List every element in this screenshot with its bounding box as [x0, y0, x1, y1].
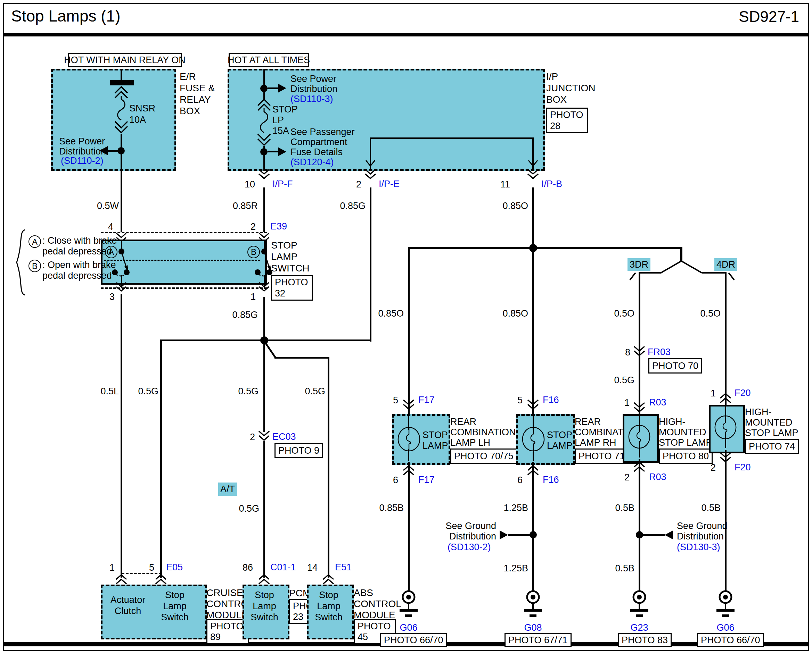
arrow-chevron-icon [365, 160, 375, 167]
wiring-diagram-page: Stop Lamps (1) SD927-1 HOT WITH MAIN REL… [0, 0, 812, 654]
wire-segment [725, 272, 726, 406]
connector-chevron-icon [633, 402, 646, 413]
connector-name: EC03 [273, 432, 296, 442]
connector-pin: 2 [242, 432, 255, 443]
wire-segment [274, 357, 329, 359]
lamp-pin: 6 [512, 475, 522, 486]
wire-gauge: 0.5L [80, 386, 119, 397]
lamp-connector: F20 [734, 462, 751, 472]
ip-box-label: I/P JUNCTION BOX [546, 71, 596, 105]
photo-ref: PHOTO 66/70 [380, 633, 447, 647]
ip-see-power-ref: (SD110-3) [291, 94, 333, 104]
connector-chevron-icon [258, 431, 270, 441]
wire-gauge: 0.5O [596, 308, 634, 319]
er-see-power-text: See Power Distribution [59, 136, 106, 157]
lamp-pin: 5 [388, 395, 398, 406]
bulb-icon [628, 425, 651, 449]
ground-name: G08 [521, 623, 545, 633]
wire-segment [108, 150, 120, 152]
wire-gauge: 0.5O [682, 308, 721, 319]
photo-ref: PHOTO 70/75 [450, 449, 517, 464]
ground-dist-arrow-icon [499, 530, 508, 539]
photo-ref: PHOTO 80 [659, 449, 712, 464]
lamp-pin: 2 [619, 472, 630, 483]
see-ground-right-ref: (SD130-3) [677, 542, 720, 552]
connector-chevron-icon [258, 169, 270, 179]
option-label-at: A/T [218, 483, 237, 496]
wire-segment [639, 459, 640, 591]
photo-ref: PHOTO 9 [274, 443, 323, 458]
wire-gauge: 0.85O [489, 201, 528, 211]
wire-segment [639, 272, 640, 416]
module-connector: E05 [166, 562, 183, 572]
photo-ref: PHOTO 74 [745, 439, 799, 454]
lamp-pin: 5 [512, 395, 522, 406]
er-fuse-name: SNSR [129, 104, 155, 113]
ip-internal-bus [370, 138, 534, 139]
legend-a-text: : Close with brake pedal depressed [42, 235, 117, 257]
photo-ref: PHOTO 67/71 [504, 633, 571, 647]
page-code: SD927-1 [725, 12, 799, 21]
see-fuse-arrow-icon [278, 147, 286, 156]
module-pin: 86 [237, 562, 253, 573]
wire-segment [408, 449, 409, 461]
lamp-name: REAR COMBINATION LAMP LH [450, 417, 516, 448]
connector-chevron-icon [155, 574, 167, 585]
module-connector: C01-1 [270, 562, 296, 572]
wire-segment [725, 438, 726, 448]
wire-segment [121, 167, 122, 232]
see-power-arrow-icon [278, 84, 286, 93]
wire-segment [725, 450, 726, 591]
wire-segment [264, 341, 265, 432]
connector-name: I/P-E [379, 179, 400, 189]
legend-a-key: A [29, 235, 41, 248]
module-connector: E51 [335, 562, 352, 572]
ground-dist-arrow-icon [665, 530, 673, 539]
wire-gauge: 1.25B [489, 503, 528, 513]
bulb-icon [714, 416, 737, 439]
junction-dot [636, 531, 643, 538]
wire-gauge: 0.85O [489, 308, 528, 319]
wire-segment [409, 247, 682, 249]
header-divider [3, 33, 809, 37]
pcm-cell-stop-lamp-switch: Stop Lamp Switch [245, 590, 283, 623]
wire-gauge: 0.5B [596, 503, 634, 513]
see-ground-right-text: See Ground Distribution [677, 521, 728, 541]
option-label-3dr: 3DR [628, 258, 650, 271]
banner-hot-with-main-relay-on: HOT WITH MAIN RELAY ON [68, 53, 182, 67]
photo-ref: PHOTO 66/70 [697, 633, 764, 647]
ip-see-fuse-text: See Passenger Compartment Fuse Details [291, 127, 355, 157]
wire-gauge: 1.25B [489, 563, 528, 574]
option-label-4dr: 4DR [714, 258, 737, 271]
lamp-connector: R03 [649, 397, 666, 407]
connector-chevron-icon [322, 574, 335, 585]
abs-cell-stop-lamp-switch: Stop Lamp Switch [309, 590, 348, 623]
ground-icon [714, 590, 737, 622]
wire-gauge: 0.85G [219, 310, 258, 320]
ground-name: G06 [397, 623, 420, 633]
connector-pin: 10 [240, 179, 255, 190]
bulb-icon [521, 427, 545, 451]
wire-gauge: 0.5B [596, 563, 634, 574]
switch-pin: 2 [245, 222, 256, 232]
banner-hot-at-all-times: HOT AT ALL TIMES [228, 53, 309, 67]
connector-chevron-icon [402, 399, 415, 410]
wire-gauge: 0.5W [80, 201, 119, 211]
junction-dot [260, 148, 268, 156]
page-title: Stop Lamps (1) [11, 11, 120, 21]
switch-pin: 3 [104, 292, 115, 303]
connector-name: I/P-B [541, 179, 562, 189]
wire-segment [121, 69, 122, 81]
lamp-connector: F16 [543, 475, 559, 484]
connector-name: FR03 [648, 347, 671, 357]
connector-pin: 2 [348, 179, 362, 190]
cruise-cell-stop-lamp-switch: Stop Lamp Switch [156, 590, 194, 623]
legend-b-text: : Open with brake pedal depressed [42, 260, 116, 281]
lamp-connector: R03 [649, 472, 666, 482]
wire-gauge: 0.85R [219, 201, 258, 211]
wire-segment [508, 534, 530, 536]
fuse-bar [110, 80, 134, 86]
wire-gauge: 0.85O [365, 308, 404, 319]
connector-chevron-icon [527, 399, 539, 410]
lamp-name: HIGH- MOUNTED STOP LAMP [659, 417, 712, 448]
